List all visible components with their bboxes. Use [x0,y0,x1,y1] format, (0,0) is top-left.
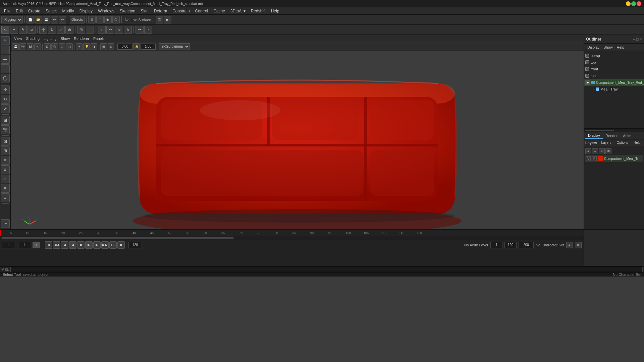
menu-3dtoall[interactable]: 3DtoAll▾ [228,8,248,14]
opt-layer-btn[interactable]: ≡ [599,148,605,154]
select-tool[interactable]: ↖ [1,26,9,34]
tree-item-mealtray[interactable]: └ ⬡ Meal_Tray [584,86,644,93]
relax-tool[interactable]: ≋ [124,26,132,34]
layer-v-btn[interactable]: V [586,156,591,161]
tree-item-top[interactable]: 🎥 top [584,59,644,66]
outliner-maximize[interactable]: □ [636,37,639,41]
group-expand-icon[interactable]: ▶ [585,80,590,85]
redo-btn[interactable]: ↪ [59,16,66,23]
brush-tool[interactable]: ⌀ [28,26,36,34]
lt-btn7[interactable]: ≡ [1,193,10,202]
layer-color-swatch[interactable] [598,156,603,161]
layers-menu-help[interactable]: Help [632,140,642,145]
menu-skin[interactable]: Skin [138,8,151,14]
tree-item-persp[interactable]: 🎥 persp [584,52,644,59]
menu-modify[interactable]: Modify [59,8,76,14]
mel-input[interactable] [10,267,643,272]
start-frame-field[interactable] [18,242,30,248]
outliner-minimize[interactable]: − [633,37,635,41]
ipr-btn[interactable]: ▶ [164,16,171,23]
universal-tool[interactable]: ⊕ [65,26,73,34]
tree-item-side[interactable]: 🎥 side [584,72,644,79]
tab-anim[interactable]: Anim [620,133,634,138]
record-btn[interactable]: ⏺ [117,241,125,249]
mode-dropdown[interactable]: Rigging [1,16,23,23]
menu-windows[interactable]: Windows [95,8,117,14]
snap-curve-btn[interactable]: ⌒ [96,16,104,23]
vt-sel[interactable]: ↖ [34,43,41,50]
lt-btn8[interactable]: ⋯ [1,219,10,228]
menu-constrain[interactable]: Constrain [170,8,192,14]
render-btn[interactable]: 🎬 [156,16,163,23]
del-layer-btn[interactable]: − [592,148,598,154]
menu-edit[interactable]: Edit [13,8,25,14]
close-button[interactable]: × [637,1,641,6]
outliner-menu-display[interactable]: Display [585,45,601,50]
play-back-btn[interactable]: ◀ [69,241,76,249]
menu-redshift[interactable]: Redshift [248,8,268,14]
next-frame-btn[interactable]: ▶▶ [101,241,109,249]
vt-cam[interactable]: 📷 [19,43,26,50]
sculpt-tool[interactable]: ∿ [115,26,123,34]
go-start-btn[interactable]: ⏮ [45,241,52,249]
timeline-scrollbar[interactable] [0,236,584,240]
shading-menu[interactable]: Shading [24,36,42,41]
start-range-field[interactable] [490,242,502,248]
sym-tool[interactable]: ⇔ [106,26,114,34]
select-mode-btn[interactable]: ↖ [1,36,10,45]
show-menu[interactable]: Show [59,36,72,41]
vt-grid[interactable]: ⊞ [100,43,107,50]
vt-bounding[interactable]: ◻ [66,43,73,50]
lt-btn3[interactable]: ≡ [1,156,10,165]
menu-cache[interactable]: Cache [211,8,228,14]
value1-input[interactable] [117,44,132,50]
snap-point-btn[interactable]: ◉ [104,16,112,23]
move-tool[interactable]: ✛ [39,26,47,34]
renderer-menu[interactable]: Renderer [72,36,91,41]
tab-render[interactable]: Render [603,133,620,138]
minimize-button[interactable]: − [626,1,631,6]
current-frame-field[interactable] [2,242,14,248]
menu-skeleton[interactable]: Skeleton [117,8,138,14]
menu-file[interactable]: File [1,8,13,14]
move-lt-btn[interactable]: ✛ [1,85,10,94]
snap-surface-btn[interactable]: ⬡ [112,16,120,23]
rotate-tool[interactable]: ↻ [48,26,56,34]
menu-select[interactable]: Select [43,8,59,14]
layers-menu-layers[interactable]: Layers [600,140,612,145]
snap-grid-btn[interactable]: ⊞ [88,16,96,23]
panel-divider-scrollbar[interactable] [584,129,644,132]
range-end1-field[interactable] [504,242,517,248]
play-fwd-btn[interactable]: ▶ [85,241,93,249]
vt-shadow[interactable]: ◑ [91,43,97,50]
vt-lighting2[interactable]: 💡 [83,43,90,50]
lt-btn2[interactable]: ⊞ [1,146,10,155]
rotate-lt-btn[interactable]: ↻ [1,95,10,104]
lighting-menu[interactable]: Lighting [42,36,59,41]
skin-btn[interactable]: ⚯ [144,26,152,34]
vt-smooth[interactable]: ⬡ [51,43,58,50]
vertex-btn[interactable]: · [1,46,10,54]
value2-input[interactable] [141,44,156,50]
layer-hide-btn[interactable]: 👁 [605,148,611,154]
face-btn[interactable]: □ [1,64,10,73]
menu-control[interactable]: Control [193,8,211,14]
scale-tool[interactable]: ⤢ [57,26,65,34]
paint-tool[interactable]: ✎ [19,26,27,34]
maximize-button[interactable]: □ [631,1,636,6]
open-btn[interactable]: 📂 [35,16,42,23]
grid-lt-btn[interactable]: ⊞ [1,116,10,125]
vt-wireframe[interactable]: ⊡ [44,43,51,50]
stop-btn[interactable]: ■ [77,241,85,249]
lt-btn1[interactable]: ⊡ [1,137,10,146]
view-menu[interactable]: View [12,36,24,41]
menu-display[interactable]: Display [77,8,95,14]
menu-help[interactable]: Help [268,8,282,14]
next-key-btn[interactable]: ▶ [93,241,101,249]
outliner-close[interactable]: × [640,37,642,41]
objects-btn[interactable]: Objects [70,16,85,23]
lt-btn4[interactable]: ≡ [1,165,10,174]
prev-frame-btn[interactable]: ◀◀ [53,241,60,249]
layers-menu-options[interactable]: Options [615,140,630,145]
go-end-btn[interactable]: ⏭ [109,241,117,249]
